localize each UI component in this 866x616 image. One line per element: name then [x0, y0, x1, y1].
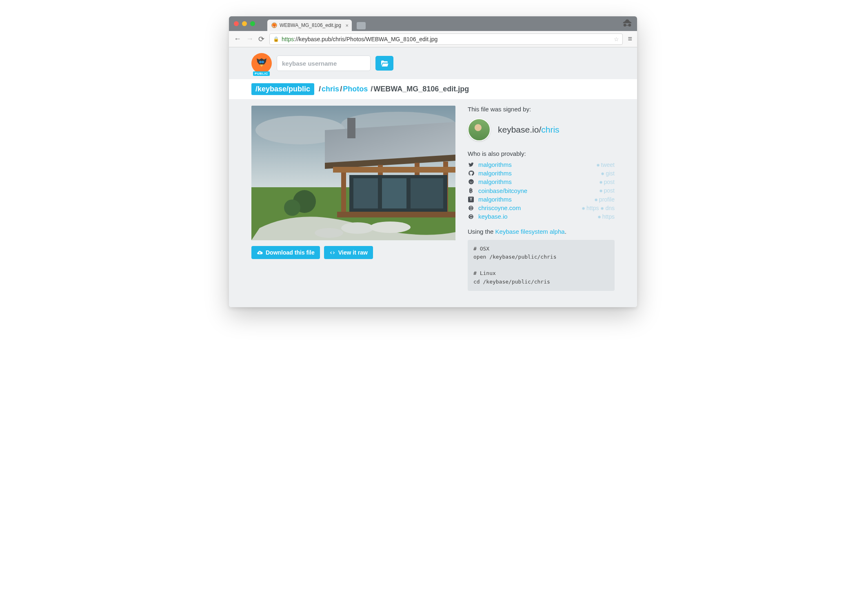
proof-badges: post — [599, 179, 615, 185]
proof-badge[interactable]: profile — [594, 196, 615, 203]
proof-badge[interactable]: https — [582, 205, 599, 211]
proof-badges: httpsdns — [582, 205, 615, 211]
svg-rect-8 — [347, 118, 355, 138]
svg-rect-15 — [353, 178, 378, 208]
site-logo[interactable]: PUBLIC — [251, 53, 272, 73]
lock-icon: 🔒 — [273, 36, 279, 42]
address-bar[interactable]: 🔒 https://keybase.pub/chris/Photos/WEBWA… — [269, 33, 623, 45]
proof-row: malgorithmspost — [468, 178, 615, 185]
proof-row: malgorithmsgist — [468, 170, 615, 177]
browser-toolbar: ← → ⟳ 🔒 https://keybase.pub/chris/Photos… — [229, 31, 637, 47]
proof-badges: gist — [601, 170, 615, 177]
left-column: Download this file View it raw — [251, 106, 455, 291]
window-zoom[interactable] — [250, 21, 255, 26]
breadcrumb-link[interactable]: chris — [322, 85, 339, 93]
filesystem-link[interactable]: Keybase filesystem alpha — [495, 228, 565, 235]
download-button[interactable]: Download this file — [251, 246, 320, 259]
username-input[interactable] — [277, 55, 371, 71]
view-raw-button[interactable]: View it raw — [324, 246, 373, 259]
svg-rect-16 — [382, 178, 406, 208]
browser-window: 🦊 WEBWA_MG_8106_edit.jpg × ← → ⟳ 🔒 https… — [229, 16, 637, 307]
web-icon — [468, 205, 474, 211]
proof-row: malgorithmstweet — [468, 161, 615, 168]
favicon-icon: 🦊 — [271, 22, 277, 28]
view-raw-label: View it raw — [338, 249, 368, 256]
file-preview-image — [251, 106, 455, 240]
breadcrumb-link[interactable]: Photos — [343, 85, 368, 93]
signer-profile-url[interactable]: keybase.io/chris — [498, 125, 560, 135]
forward-button[interactable]: → — [246, 35, 253, 43]
svg-point-20 — [284, 199, 300, 216]
svg-point-0 — [259, 61, 262, 63]
filesystem-line: Using the Keybase filesystem alpha. — [468, 228, 615, 235]
proof-badge[interactable]: gist — [601, 170, 615, 177]
proof-badge[interactable]: https — [597, 213, 615, 220]
signer-avatar[interactable] — [468, 118, 491, 141]
window-close[interactable] — [234, 21, 239, 26]
code-icon — [329, 250, 335, 256]
proof-row: Ymalgorithmsprofile — [468, 196, 615, 203]
window-controls — [234, 21, 255, 26]
reddit-icon — [468, 179, 474, 185]
breadcrumb: /keybase/public /chris/Photos /WEBWA_MG_… — [251, 79, 615, 99]
proof-badges: https — [597, 213, 615, 220]
proof-handle[interactable]: malgorithms — [478, 196, 512, 203]
svg-rect-18 — [337, 212, 455, 217]
signer-row: keybase.io/chris — [468, 118, 615, 141]
folder-open-icon — [380, 60, 389, 66]
proof-badges: tweet — [596, 162, 615, 168]
proof-badge[interactable]: tweet — [596, 162, 615, 168]
svg-point-24 — [469, 179, 474, 184]
proof-row: chriscoyne.comhttpsdns — [468, 204, 615, 211]
bitcoin-icon: ฿ — [468, 187, 474, 194]
tab-close-icon[interactable]: × — [345, 22, 349, 29]
github-icon — [468, 170, 474, 176]
back-button[interactable]: ← — [234, 35, 241, 43]
url-text: https://keybase.pub/chris/Photos/WEBWA_M… — [282, 36, 437, 42]
open-folder-button[interactable] — [375, 56, 393, 71]
logo-badge: PUBLIC — [253, 71, 270, 76]
window-minimize[interactable] — [242, 21, 247, 26]
bookmark-star-icon[interactable]: ☆ — [614, 36, 619, 42]
breadcrumb-current: WEBWA_MG_8106_edit.jpg — [373, 85, 469, 93]
svg-point-25 — [470, 182, 471, 182]
svg-point-21 — [341, 222, 374, 234]
svg-rect-13 — [333, 167, 455, 173]
proof-handle[interactable]: malgorithms — [478, 178, 512, 185]
svg-point-26 — [471, 182, 472, 182]
provably-label: Who is also provably: — [468, 150, 615, 157]
twitter-icon — [468, 162, 474, 168]
svg-point-23 — [370, 222, 411, 233]
hn-icon: Y — [468, 197, 474, 202]
proof-handle[interactable]: keybase.io — [478, 213, 508, 220]
proof-handle[interactable]: chriscoyne.com — [478, 204, 521, 211]
svg-rect-17 — [411, 178, 443, 208]
browser-tab[interactable]: 🦊 WEBWA_MG_8106_edit.jpg × — [267, 20, 352, 31]
proof-handle[interactable]: coinbase/bitcoyne — [478, 187, 527, 194]
tab-title: WEBWA_MG_8106_edit.jpg — [280, 22, 341, 28]
proof-handle[interactable]: malgorithms — [478, 161, 512, 168]
reload-button[interactable]: ⟳ — [258, 35, 264, 44]
proof-badge[interactable]: dns — [600, 205, 615, 211]
proof-list: malgorithmstweetmalgorithmsgistmalgorith… — [468, 161, 615, 220]
proof-row: keybase.iohttps — [468, 213, 615, 220]
proof-badges: profile — [594, 196, 615, 203]
download-label: Download this file — [266, 249, 315, 256]
menu-button[interactable]: ≡ — [628, 35, 632, 43]
incognito-icon — [622, 18, 633, 31]
web-icon — [468, 214, 474, 219]
tab-strip: 🦊 WEBWA_MG_8106_edit.jpg × — [229, 16, 637, 31]
proof-handle[interactable]: malgorithms — [478, 170, 512, 177]
fox-icon — [254, 56, 269, 71]
proof-badge[interactable]: post — [599, 179, 615, 185]
terminal-block: # OSX open /keybase/public/chris # Linux… — [468, 240, 615, 291]
new-tab-button[interactable] — [357, 22, 366, 29]
site-header: PUBLIC — [251, 47, 615, 79]
proof-row: ฿coinbase/bitcoynepost — [468, 187, 615, 194]
svg-point-22 — [315, 228, 343, 238]
svg-rect-9 — [341, 167, 346, 216]
proof-badge[interactable]: post — [599, 187, 615, 194]
breadcrumb-root[interactable]: /keybase/public — [251, 83, 314, 95]
right-column: This file was signed by: keybase.io/chri… — [468, 106, 615, 291]
proof-badges: post — [599, 187, 615, 194]
